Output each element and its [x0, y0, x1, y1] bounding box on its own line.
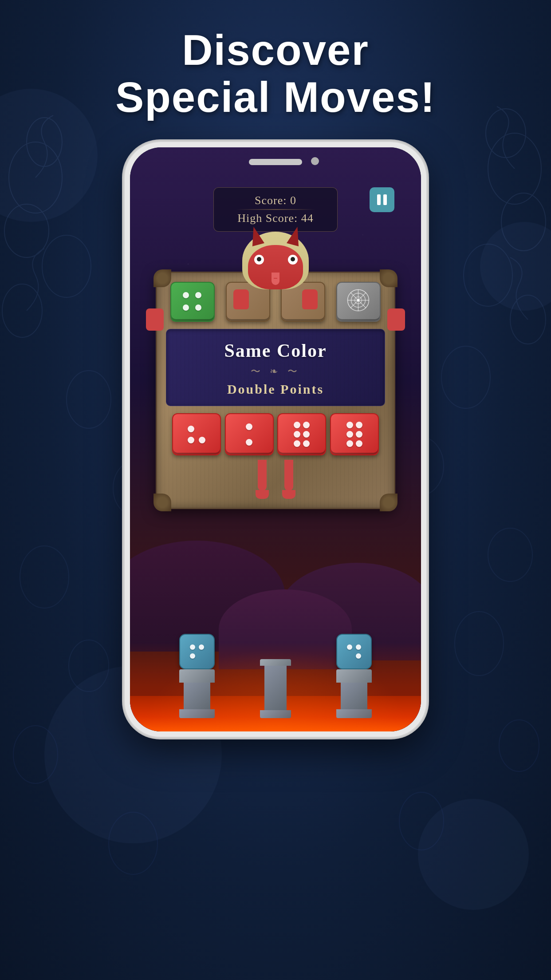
- dot: [356, 644, 361, 650]
- phone-speaker: [249, 159, 302, 165]
- svg-point-15: [488, 528, 532, 581]
- leg-segment: [258, 460, 267, 491]
- column-base-cap: [336, 709, 372, 718]
- svg-point-17: [455, 612, 504, 676]
- column-left: [179, 634, 215, 718]
- svg-point-11: [441, 346, 490, 408]
- score-display: Score: 0: [236, 194, 315, 207]
- dot: [199, 437, 205, 443]
- column-center: [260, 624, 291, 718]
- dot: [195, 304, 201, 311]
- monster-legs: [166, 460, 385, 499]
- dice-red-3[interactable]: [277, 413, 326, 455]
- red-dice-4-dots: [346, 422, 362, 447]
- monster-character: [240, 223, 311, 312]
- svg-point-3: [42, 235, 91, 297]
- column-top-cap: [179, 669, 215, 683]
- dot: [346, 440, 353, 447]
- phone-frame: Score: 0 High Score: 44: [125, 142, 426, 737]
- monster-eye-right: [288, 255, 298, 265]
- dot: [303, 431, 310, 438]
- dice-red-1[interactable]: [172, 413, 221, 455]
- svg-point-20: [109, 812, 157, 874]
- svg-point-19: [499, 720, 539, 771]
- red-dice-2-dots: [246, 423, 252, 446]
- dot: [246, 439, 252, 446]
- dice-red-2[interactable]: [225, 413, 274, 455]
- monster-hand-right: [302, 289, 318, 309]
- phone-inner: Score: 0 High Score: 44: [130, 147, 421, 731]
- pause-bar-left: [377, 194, 381, 205]
- column-dice-right[interactable]: [336, 634, 372, 669]
- info-panel: Same Color 〜 ❧ 〜 Double Points: [166, 329, 385, 406]
- tongue-groove: [274, 278, 277, 279]
- svg-point-6: [501, 193, 546, 251]
- dot: [190, 653, 195, 659]
- foot-left: [256, 490, 269, 499]
- monster-tongue: [272, 273, 279, 285]
- dice-green[interactable]: [170, 282, 215, 322]
- dot: [294, 422, 300, 428]
- svg-point-29: [357, 299, 360, 301]
- column-base-cap: [179, 709, 215, 718]
- blue-dice-left-dots: [190, 644, 204, 659]
- phone-camera: [311, 157, 319, 165]
- dice-web[interactable]: [336, 282, 381, 322]
- dot: [190, 644, 195, 650]
- monster-hand-left: [233, 289, 249, 309]
- dot: [356, 422, 362, 428]
- dot: [195, 292, 201, 298]
- dot: [183, 292, 189, 298]
- leg-right: [282, 460, 295, 499]
- svg-point-14: [20, 546, 69, 608]
- column-right: [336, 634, 372, 718]
- monster-eye-left: [254, 255, 264, 265]
- dice-red-4[interactable]: [330, 413, 379, 455]
- leg-segment: [284, 460, 293, 491]
- svg-point-4: [2, 284, 42, 337]
- game-screen: Score: 0 High Score: 44: [130, 147, 421, 731]
- dot: [356, 653, 361, 659]
- red-dice-3-dots: [294, 422, 310, 447]
- dot: [183, 304, 189, 311]
- spiderweb-icon: [346, 288, 370, 316]
- green-dice-dots: [179, 288, 206, 315]
- dot: [199, 644, 204, 650]
- red-dice-1-dots: [188, 426, 205, 443]
- header: Discover Special Moves!: [0, 27, 551, 120]
- column-shaft: [184, 683, 210, 709]
- dot: [346, 431, 353, 438]
- scroll-hand-left: [146, 308, 164, 331]
- ornament-top: 〜 ❧ 〜: [175, 365, 376, 378]
- columns-area: [130, 624, 421, 718]
- foot-right: [282, 490, 295, 499]
- dot: [356, 431, 362, 438]
- column-base-cap: [260, 710, 291, 718]
- leg-left: [256, 460, 269, 499]
- dot: [347, 644, 352, 650]
- svg-point-16: [69, 640, 109, 692]
- svg-point-10: [67, 371, 111, 428]
- pause-button[interactable]: [370, 187, 394, 212]
- column-dice-left[interactable]: [179, 634, 215, 669]
- pause-icon: [377, 194, 387, 205]
- column-shaft: [341, 683, 367, 709]
- pause-bar-right: [383, 194, 387, 205]
- dot: [246, 423, 252, 430]
- blue-dice-right-dots: [347, 644, 361, 659]
- monster-pupil-left: [257, 257, 261, 261]
- column-shaft-tall: [264, 666, 287, 710]
- svg-point-21: [399, 792, 444, 850]
- dot: [294, 440, 300, 447]
- dice-row-bottom: [166, 413, 385, 455]
- dot: [188, 437, 194, 443]
- move-title: Same Color: [175, 340, 376, 361]
- svg-point-18: [13, 726, 58, 783]
- dot: [303, 422, 310, 428]
- move-subtitle: Double Points: [175, 382, 376, 397]
- header-line1: Discover: [0, 27, 551, 74]
- header-line2: Special Moves!: [0, 74, 551, 121]
- dot: [188, 426, 194, 432]
- scroll-corner-tl: [153, 269, 171, 287]
- column-top-cap: [336, 669, 372, 683]
